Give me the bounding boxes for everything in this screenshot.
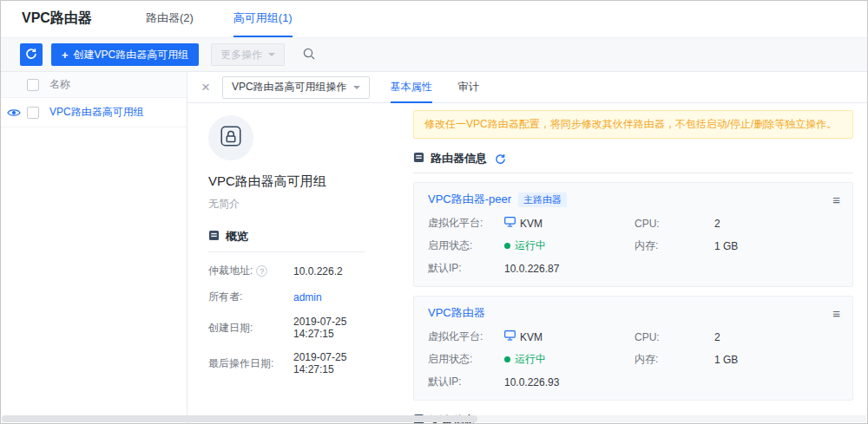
platform-value: KVM bbox=[504, 330, 635, 343]
kvm-icon bbox=[504, 330, 516, 343]
default-ip-label: 默认IP: bbox=[428, 261, 504, 276]
field-value: 10.0.226.2 bbox=[293, 265, 343, 277]
status-dot bbox=[504, 356, 510, 362]
main-area: 名称 VPC路由器高可用组 × VPC路由器高可用组操作 基本属性 bbox=[1, 72, 867, 423]
router-info-title: 路由器信息 bbox=[431, 151, 487, 166]
cpu-value: 2 bbox=[714, 218, 840, 230]
create-ha-group-label: 创建VPC路由器高可用组 bbox=[74, 48, 189, 62]
default-ip-value: 10.0.226.87 bbox=[504, 263, 635, 275]
field-label: 所有者: bbox=[208, 290, 293, 304]
memory-label: 内存: bbox=[635, 352, 714, 367]
scrollbar-thumb[interactable] bbox=[2, 415, 477, 422]
cpu-value: 2 bbox=[714, 331, 840, 343]
page-header: VPC路由器 路由器(2) 高可用组(1) bbox=[1, 1, 867, 37]
eye-icon[interactable] bbox=[1, 108, 27, 118]
memory-label: 内存: bbox=[635, 238, 714, 253]
default-ip-label: 默认IP: bbox=[428, 375, 504, 389]
header-tabs: 路由器(2) 高可用组(1) bbox=[146, 1, 293, 37]
vpc-router-page: VPC路由器 路由器(2) 高可用组(1) + 创建VPC路由器高可用组 更多操… bbox=[0, 0, 868, 424]
field-create-date: 创建日期: 2019-07-25 14:27:15 bbox=[208, 316, 365, 340]
router-info-section-header: 路由器信息 bbox=[413, 151, 853, 173]
kvm-icon bbox=[504, 217, 516, 230]
info-column: VPC路由器高可用组 无简介 概览 仲裁地址: ? 10.0.226.2 bbox=[187, 103, 365, 423]
primary-router-badge: 主路由器 bbox=[518, 192, 567, 207]
overview-icon bbox=[208, 230, 220, 244]
detail-title: VPC路由器高可用组 bbox=[208, 173, 365, 190]
router-card-peer: VPC路由器-peer 主路由器 ≡ 虚拟化平台: KVM bbox=[413, 182, 853, 287]
owner-link[interactable]: admin bbox=[293, 291, 322, 303]
field-value: 2019-07-25 14:27:15 bbox=[293, 351, 365, 375]
tab-audit[interactable]: 审计 bbox=[458, 72, 479, 103]
tab-routers[interactable]: 路由器(2) bbox=[146, 1, 194, 37]
card-menu-icon[interactable]: ≡ bbox=[832, 193, 840, 206]
content-column: 修改任一VPC路由器配置，将同步修改其伙伴路由器，不包括启动/停止/删除等独立操… bbox=[365, 103, 867, 423]
overview-section-header: 概览 bbox=[208, 229, 365, 252]
more-actions-label: 更多操作 bbox=[220, 48, 262, 62]
row-checkbox[interactable] bbox=[27, 107, 39, 119]
refresh-icon bbox=[25, 48, 37, 62]
card-menu-icon[interactable]: ≡ bbox=[832, 307, 840, 320]
warning-banner: 修改任一VPC路由器配置，将同步修改其伙伴路由器，不包括启动/停止/删除等独立操… bbox=[413, 110, 853, 139]
toolbar: + 创建VPC路由器高可用组 更多操作 bbox=[1, 37, 867, 72]
state-value: 运行中 bbox=[504, 238, 635, 253]
avatar bbox=[208, 115, 253, 160]
status-dot bbox=[504, 243, 510, 249]
list-header: 名称 bbox=[1, 72, 187, 98]
router-name-link[interactable]: VPC路由器-peer bbox=[428, 192, 511, 207]
page-title: VPC路由器 bbox=[22, 10, 92, 37]
platform-label: 虚拟化平台: bbox=[428, 329, 504, 344]
field-owner: 所有者: admin bbox=[208, 290, 365, 304]
chevron-down-icon bbox=[353, 86, 360, 89]
create-ha-group-button[interactable]: + 创建VPC路由器高可用组 bbox=[51, 43, 199, 66]
memory-value: 1 GB bbox=[714, 240, 840, 252]
state-label: 启用状态: bbox=[428, 352, 504, 367]
router-name-link[interactable]: VPC路由器 bbox=[428, 305, 485, 321]
detail-panel: × VPC路由器高可用组操作 基本属性 审计 bbox=[187, 72, 867, 423]
field-label: 创建日期: bbox=[208, 321, 293, 336]
field-arbitration-address: 仲裁地址: ? 10.0.226.2 bbox=[208, 264, 365, 278]
memory-value: 1 GB bbox=[714, 354, 840, 366]
ha-group-icon bbox=[219, 124, 243, 152]
list-item[interactable]: VPC路由器高可用组 bbox=[1, 98, 187, 127]
cpu-label: CPU: bbox=[635, 218, 714, 230]
state-label: 启用状态: bbox=[428, 238, 504, 253]
horizontal-scrollbar[interactable] bbox=[2, 415, 866, 422]
row-name: VPC路由器高可用组 bbox=[49, 105, 144, 120]
cpu-label: CPU: bbox=[635, 331, 714, 343]
actions-dropdown[interactable]: VPC路由器高可用组操作 bbox=[222, 76, 370, 99]
detail-header: × VPC路由器高可用组操作 基本属性 审计 bbox=[187, 72, 867, 103]
router-card: VPC路由器 ≡ 虚拟化平台: KVM CPU: bbox=[413, 296, 853, 401]
tab-ha-groups[interactable]: 高可用组(1) bbox=[233, 1, 293, 37]
list-panel: 名称 VPC路由器高可用组 bbox=[1, 72, 187, 423]
select-all-checkbox[interactable] bbox=[27, 79, 39, 91]
default-ip-value: 10.0.226.93 bbox=[504, 376, 635, 388]
close-icon[interactable]: × bbox=[201, 80, 210, 95]
overview-title: 概览 bbox=[226, 229, 248, 245]
tab-basic-properties[interactable]: 基本属性 bbox=[391, 72, 432, 103]
router-info-icon bbox=[413, 152, 424, 166]
platform-label: 虚拟化平台: bbox=[428, 216, 504, 231]
field-last-op-date: 最后操作日期: 2019-07-25 14:27:15 bbox=[208, 351, 365, 375]
detail-subtitle: 无简介 bbox=[208, 197, 365, 212]
actions-dropdown-label: VPC路由器高可用组操作 bbox=[232, 80, 347, 95]
platform-value: KVM bbox=[504, 217, 635, 230]
section-refresh-icon[interactable] bbox=[495, 153, 506, 165]
help-icon[interactable]: ? bbox=[256, 265, 267, 277]
detail-tabs: 基本属性 审计 bbox=[391, 72, 479, 103]
search-button[interactable] bbox=[300, 45, 318, 65]
state-value: 运行中 bbox=[504, 352, 635, 367]
more-actions-button[interactable]: 更多操作 bbox=[211, 43, 285, 66]
detail-body: VPC路由器高可用组 无简介 概览 仲裁地址: ? 10.0.226.2 bbox=[187, 103, 867, 423]
search-icon bbox=[302, 47, 316, 63]
plus-icon: + bbox=[62, 49, 69, 61]
name-column-header: 名称 bbox=[49, 77, 70, 92]
chevron-down-icon bbox=[268, 53, 275, 56]
refresh-button[interactable] bbox=[20, 43, 43, 66]
field-value: 2019-07-25 14:27:15 bbox=[293, 316, 365, 340]
field-label: 仲裁地址: bbox=[208, 264, 253, 278]
field-label: 最后操作日期: bbox=[208, 356, 293, 371]
